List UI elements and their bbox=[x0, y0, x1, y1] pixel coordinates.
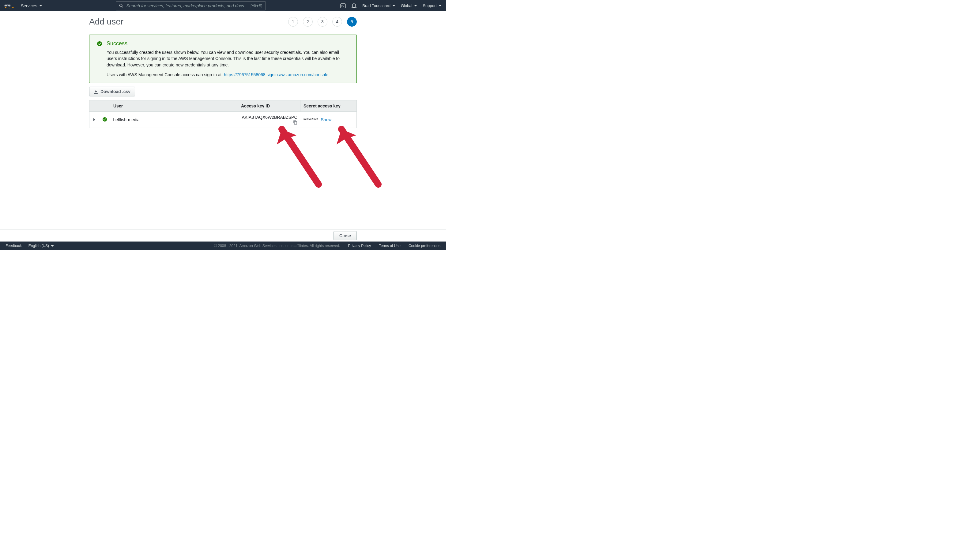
success-content: Success You successfully created the use… bbox=[107, 40, 349, 77]
cookies-link[interactable]: Cookie preferences bbox=[409, 244, 441, 248]
signin-prefix: Users with AWS Management Console access… bbox=[107, 72, 224, 77]
aws-logo[interactable]: aws bbox=[4, 3, 15, 9]
notifications-icon[interactable] bbox=[351, 3, 357, 9]
download-icon bbox=[94, 89, 98, 94]
user-cell: hellfish-media bbox=[110, 111, 238, 128]
step-4[interactable]: 4 bbox=[332, 17, 342, 27]
caret-down-icon bbox=[51, 245, 54, 247]
action-bar: Close bbox=[0, 229, 446, 241]
cloudshell-icon[interactable] bbox=[340, 3, 346, 9]
caret-down-icon bbox=[392, 5, 395, 6]
search-container[interactable]: [Alt+S] bbox=[116, 1, 266, 10]
header-right: Brad Touesnard Global Support bbox=[340, 3, 442, 9]
caret-down-icon bbox=[439, 5, 442, 6]
copyright-text: © 2008 - 2021, Amazon Web Services, Inc.… bbox=[214, 244, 340, 248]
expand-cell[interactable] bbox=[89, 111, 99, 128]
search-icon bbox=[119, 4, 123, 8]
secret-cell: ********* Show bbox=[301, 111, 357, 128]
annotation-arrow-2 bbox=[332, 126, 384, 191]
users-table: User Access key ID Secret access key hel… bbox=[89, 100, 357, 128]
success-alert: Success You successfully created the use… bbox=[89, 35, 357, 83]
username-label: Brad Touesnard bbox=[362, 3, 390, 8]
svg-line-2 bbox=[122, 6, 123, 7]
secret-masked: ********* bbox=[304, 117, 318, 122]
annotation-arrow-1 bbox=[272, 126, 325, 191]
terms-link[interactable]: Terms of Use bbox=[379, 244, 401, 248]
col-user: User bbox=[110, 100, 238, 111]
footer-left: Feedback English (US) bbox=[5, 244, 54, 248]
access-key-value: AKIA3TAQX6W2BRABZSPC bbox=[242, 115, 297, 120]
show-secret-link[interactable]: Show bbox=[321, 117, 331, 122]
region-label: Global bbox=[401, 3, 412, 8]
download-csv-button[interactable]: Download .csv bbox=[89, 87, 135, 97]
caret-down-icon bbox=[414, 5, 417, 6]
page-header: Add user 1 2 3 4 5 bbox=[89, 17, 357, 27]
step-5[interactable]: 5 bbox=[347, 17, 357, 27]
page-title: Add user bbox=[89, 17, 123, 27]
svg-rect-3 bbox=[340, 4, 345, 8]
copy-icon[interactable] bbox=[293, 120, 298, 125]
table-row: hellfish-media AKIA3TAQX6W2BRABZSPC ****… bbox=[89, 111, 357, 128]
feedback-link[interactable]: Feedback bbox=[5, 244, 22, 248]
table-header-row: User Access key ID Secret access key bbox=[89, 100, 357, 111]
access-key-cell: AKIA3TAQX6W2BRABZSPC bbox=[238, 111, 301, 128]
step-1[interactable]: 1 bbox=[288, 17, 298, 27]
col-access-key: Access key ID bbox=[238, 100, 301, 111]
step-2[interactable]: 2 bbox=[303, 17, 313, 27]
col-expand bbox=[89, 100, 99, 111]
success-check-icon bbox=[97, 41, 102, 46]
svg-point-5 bbox=[97, 41, 102, 46]
caret-down-icon bbox=[39, 5, 42, 6]
expand-caret-icon bbox=[94, 118, 95, 121]
success-body: You successfully created the users shown… bbox=[107, 49, 349, 68]
support-label: Support bbox=[423, 3, 437, 8]
svg-rect-7 bbox=[294, 122, 297, 124]
search-input[interactable] bbox=[126, 3, 250, 8]
success-signin: Users with AWS Management Console access… bbox=[107, 72, 349, 77]
status-success-icon bbox=[102, 117, 107, 122]
language-label: English (US) bbox=[29, 244, 49, 248]
footer-right: © 2008 - 2021, Amazon Web Services, Inc.… bbox=[214, 244, 441, 248]
wizard-steps: 1 2 3 4 5 bbox=[288, 17, 357, 27]
svg-point-6 bbox=[103, 117, 107, 122]
account-menu[interactable]: Brad Touesnard bbox=[362, 3, 395, 8]
footer: Feedback English (US) © 2008 - 2021, Ama… bbox=[0, 241, 446, 250]
svg-text:aws: aws bbox=[4, 3, 10, 7]
col-secret: Secret access key bbox=[301, 100, 357, 111]
search-shortcut: [Alt+S] bbox=[250, 3, 262, 8]
step-3[interactable]: 3 bbox=[318, 17, 328, 27]
svg-point-1 bbox=[119, 4, 122, 7]
download-label: Download .csv bbox=[100, 89, 130, 94]
services-menu[interactable]: Services bbox=[21, 3, 42, 8]
main-content: Add user 1 2 3 4 5 Success You successfu… bbox=[0, 11, 446, 229]
close-button[interactable]: Close bbox=[334, 231, 357, 240]
region-menu[interactable]: Global bbox=[401, 3, 417, 8]
services-label: Services bbox=[21, 3, 37, 8]
signin-url-link[interactable]: https://796751558068.signin.aws.amazon.c… bbox=[224, 72, 328, 77]
status-cell bbox=[99, 111, 110, 128]
success-title: Success bbox=[107, 40, 349, 47]
col-status bbox=[99, 100, 110, 111]
top-nav: aws Services [Alt+S] Brad Touesnard Glob… bbox=[0, 0, 446, 11]
privacy-link[interactable]: Privacy Policy bbox=[348, 244, 371, 248]
language-menu[interactable]: English (US) bbox=[29, 244, 54, 248]
support-menu[interactable]: Support bbox=[423, 3, 442, 8]
